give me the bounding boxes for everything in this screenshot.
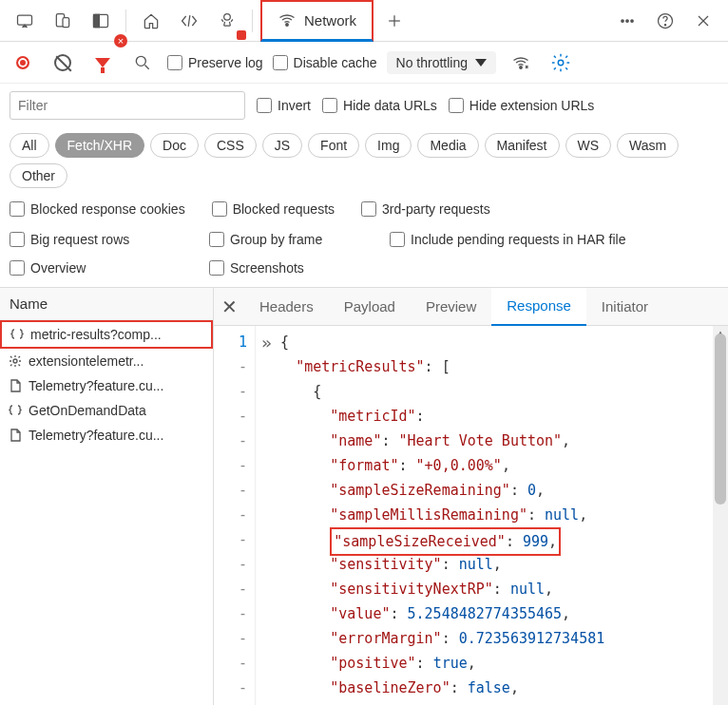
hide-data-urls-checkbox[interactable]: Hide data URLs [322,98,437,113]
svg-point-19 [520,66,523,68]
record-button[interactable] [8,48,38,78]
request-row[interactable]: Telemetry?feature.cu... [0,423,213,448]
svg-point-7 [286,24,289,27]
svg-point-12 [631,19,634,22]
type-pill-js[interactable]: JS [262,133,302,158]
close-devtools-icon[interactable] [686,4,720,38]
response-body: 1--------------- » { "metricResults": [ … [214,326,728,705]
devtools-top-toolbar: Network [0,0,728,42]
svg-rect-0 [18,15,32,25]
type-pill-img[interactable]: Img [365,133,412,158]
svg-point-6 [224,13,231,20]
search-icon[interactable] [127,48,158,78]
invert-checkbox[interactable]: Invert [257,98,311,113]
hide-ext-urls-checkbox[interactable]: Hide extension URLs [449,98,595,113]
svg-rect-5 [94,14,100,27]
request-name: Telemetry?feature.cu... [29,378,163,393]
display-options: Big request rows Overview Group by frame… [0,224,728,288]
request-name: extensiontelemetr... [29,353,144,369]
big-rows-checkbox[interactable]: Big request rows [10,232,209,247]
scrollbar-thumb[interactable] [715,333,726,505]
request-name: metric-results?comp... [30,327,162,342]
throttling-select[interactable]: No throttling [387,51,496,74]
svg-point-21 [13,359,17,363]
svg-point-10 [622,19,624,22]
name-column-header[interactable]: Name [0,288,213,320]
screenshots-checkbox[interactable]: Screenshots [209,260,390,276]
type-pill-other[interactable]: Other [10,163,67,188]
type-pill-css[interactable]: CSS [204,133,257,158]
network-tab[interactable]: Network [260,0,374,42]
request-list-panel: Name metric-results?comp...extensiontele… [0,288,214,705]
disable-cache-checkbox[interactable]: Disable cache [273,55,377,70]
request-row[interactable]: extensiontelemetr... [0,349,213,373]
type-pill-doc[interactable]: Doc [150,133,199,158]
network-conditions-icon[interactable] [506,48,536,78]
line-gutter: 1--------------- [214,326,256,705]
sources-tab-icon[interactable] [210,4,244,38]
svg-line-18 [145,65,149,68]
doc-icon [8,378,23,393]
request-name: Telemetry?feature.cu... [29,428,163,443]
type-pill-all[interactable]: All [10,133,49,158]
type-pill-font[interactable]: Font [308,133,359,158]
detail-tab-payload[interactable]: Payload [329,288,411,326]
svg-rect-2 [63,17,69,27]
device-icon[interactable] [46,4,80,38]
pending-har-checkbox[interactable]: Include pending requests in HAR file [390,232,718,247]
preserve-log-checkbox[interactable]: Preserve log [167,55,263,70]
detail-panel: ✕ HeadersPayloadPreviewResponseInitiator… [214,288,728,705]
blocked-requests-checkbox[interactable]: Blocked requests [212,201,335,217]
help-icon[interactable] [648,4,682,38]
more-icon[interactable] [610,4,644,38]
detail-tabs: ✕ HeadersPayloadPreviewResponseInitiator [214,288,728,326]
elements-tab-icon[interactable] [172,4,206,38]
overview-checkbox[interactable]: Overview [10,260,209,276]
type-pill-fetchxhr[interactable]: Fetch/XHR [55,133,144,158]
json-content[interactable]: » { "metricResults": [ { "metricId": "na… [256,326,728,705]
svg-point-17 [136,56,145,66]
inspect-icon[interactable] [8,4,42,38]
welcome-tab-icon[interactable] [134,4,168,38]
third-party-checkbox[interactable]: 3rd-party requests [361,201,490,217]
detail-tab-preview[interactable]: Preview [411,288,491,326]
detail-tab-headers[interactable]: Headers [244,288,329,326]
close-detail-icon[interactable]: ✕ [214,295,244,318]
detail-tab-initiator[interactable]: Initiator [586,288,663,326]
type-pill-ws[interactable]: WS [565,133,612,158]
main-area: Name metric-results?comp...extensiontele… [0,288,728,705]
chevron-down-icon [475,59,487,67]
json-icon [10,327,25,342]
blocked-cookies-checkbox[interactable]: Blocked response cookies [10,201,185,217]
request-row[interactable]: GetOnDemandData [0,398,213,423]
request-row[interactable]: Telemetry?feature.cu... [0,373,213,398]
clear-button[interactable] [48,48,78,78]
request-row[interactable]: metric-results?comp... [0,320,213,349]
filter-input[interactable] [10,91,245,120]
svg-point-11 [626,19,629,22]
group-frame-checkbox[interactable]: Group by frame [209,232,390,247]
new-tab-button[interactable] [377,4,412,38]
scrollbar[interactable]: ▲ [713,326,728,705]
settings-gear-icon[interactable] [546,48,576,78]
doc-icon [8,428,23,443]
svg-point-20 [558,60,564,66]
request-name: GetOnDemandData [29,403,146,418]
filter-row: Invert Hide data URLs Hide extension URL… [0,84,728,127]
resource-type-filter: AllFetch/XHRDocCSSJSFontImgMediaManifest… [0,127,728,194]
type-pill-manifest[interactable]: Manifest [485,133,560,158]
network-sub-toolbar: Preserve log Disable cache No throttling [0,42,728,84]
filter-toggle-icon[interactable] [87,48,118,78]
block-filter-row: Blocked response cookies Blocked request… [0,194,728,224]
detail-tab-response[interactable]: Response [491,288,586,326]
json-icon [8,403,23,418]
type-pill-wasm[interactable]: Wasm [617,133,679,158]
network-tab-label: Network [304,12,356,29]
gear-icon [8,353,23,369]
dock-icon[interactable] [84,4,118,38]
type-pill-media[interactable]: Media [417,133,478,158]
svg-point-14 [664,24,665,25]
